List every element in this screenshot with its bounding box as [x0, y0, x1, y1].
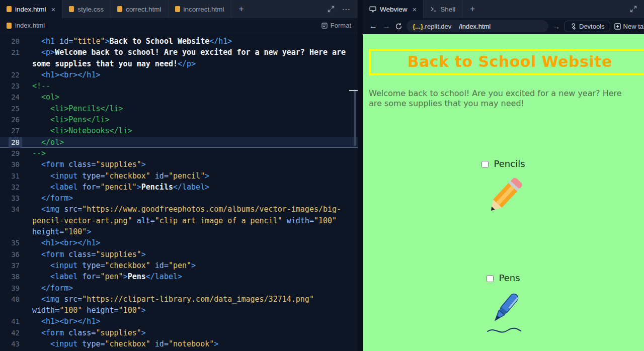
- editor-tabbar-actions: ···: [328, 0, 358, 18]
- webview-pane: Webview × Shell + ← → {...} .replit.dev …: [363, 0, 644, 351]
- code-line: 24 <ol>: [0, 92, 358, 103]
- tab-correct-html[interactable]: correct.html: [111, 0, 169, 18]
- code-line: width="100" height="100">: [0, 305, 358, 316]
- format-label: Format: [331, 22, 351, 29]
- code-line: height="100">: [0, 226, 358, 237]
- code-line: 38 <label for="pen">Pens</label>: [0, 271, 358, 282]
- tab-label: Shell: [440, 6, 455, 13]
- code-line: 40 <img src="https://clipart-library.com…: [0, 294, 358, 305]
- tab-label: Webview: [380, 6, 408, 13]
- new-webview-tab-button[interactable]: +: [462, 0, 482, 18]
- code-line: 35 <h1><br></h1>: [0, 237, 358, 248]
- code-line: 33 </form>: [0, 193, 358, 204]
- close-icon[interactable]: ×: [413, 6, 417, 13]
- code-line: 20 <h1 id="title">Back to School Website…: [0, 36, 358, 47]
- supply-form-pens: Pens: [363, 273, 644, 336]
- url-path: /index.html: [459, 23, 491, 30]
- new-tab-button[interactable]: New tab: [614, 23, 644, 30]
- rendered-page: Back to School Website Welcome back to s…: [363, 34, 644, 351]
- html-file-icon: [7, 6, 12, 12]
- editor-scrollbar[interactable]: [354, 90, 356, 146]
- back-button[interactable]: ←: [369, 22, 378, 31]
- html-file-icon: [175, 6, 180, 12]
- tab-index-html[interactable]: index.html ×: [0, 0, 62, 18]
- code-line: 23<!--: [0, 80, 358, 92]
- new-tab-label: New tab: [623, 23, 644, 30]
- url-domain: .replit.dev: [423, 23, 451, 30]
- format-icon: [321, 23, 328, 29]
- new-tab-icon: [614, 23, 621, 30]
- monitor-icon: [369, 6, 376, 13]
- pencils-label: Pencils: [494, 158, 525, 169]
- html-file-icon: [117, 6, 122, 12]
- code-line: 34 <img src="https://www.goodfreephotos.…: [0, 204, 358, 215]
- code-line: 36 <form class="supplies">: [0, 249, 358, 260]
- code-line: 32 <label for="pencil">Pencils</label>: [0, 182, 358, 193]
- refresh-button[interactable]: [395, 23, 403, 30]
- css-file-icon: [69, 6, 74, 12]
- url-masked-subdomain: {...}: [413, 23, 423, 30]
- breadcrumb: index.html: [15, 22, 45, 29]
- code-line: 28 </ol>: [0, 137, 358, 148]
- tab-label: index.html: [15, 6, 46, 13]
- pens-checkbox[interactable]: [487, 275, 494, 282]
- wrench-icon: [570, 23, 576, 30]
- format-button[interactable]: Format: [321, 22, 351, 29]
- editor-breadcrumb-bar: index.html Format: [0, 18, 358, 33]
- pens-label: Pens: [499, 273, 520, 283]
- code-line: 27 <li>Notebooks</li>: [0, 125, 358, 136]
- code-line: 41 <h1><br></h1>: [0, 316, 358, 327]
- kebab-menu-icon[interactable]: ···: [343, 6, 351, 13]
- pencil-clipart: [478, 172, 529, 222]
- code-line: some supplies that you may need!</p>: [0, 58, 358, 69]
- code-line: 21 <p>Welcome back to school! Are you ex…: [0, 47, 358, 58]
- code-line: 30 <form class="supplies">: [0, 159, 358, 170]
- code-line: 42 <form class="supplies">: [0, 327, 358, 338]
- code-lines: 20 <h1 id="title">Back to School Website…: [0, 36, 358, 349]
- forward-button[interactable]: →: [382, 22, 391, 31]
- devtools-label: Devtools: [579, 23, 605, 30]
- close-icon[interactable]: ×: [51, 6, 56, 13]
- webview-tab-bar: Webview × Shell +: [363, 0, 644, 18]
- pen-clipart: [478, 286, 529, 336]
- tab-label: style.css: [77, 6, 104, 13]
- code-line: 29-->: [0, 148, 358, 159]
- tab-label: incorrect.html: [184, 6, 224, 13]
- page-intro-text: Welcome back to school! Are you excited …: [369, 89, 637, 108]
- tab-label: correct.html: [126, 6, 162, 13]
- tab-style-css[interactable]: style.css: [62, 0, 111, 18]
- expand-pane-icon[interactable]: [328, 6, 335, 13]
- webview-tabbar-actions: [630, 0, 644, 18]
- new-file-tab-button[interactable]: +: [231, 0, 252, 18]
- code-line: 26 <li>Pens</li>: [0, 114, 358, 125]
- code-line: pencil-vector-art.png" alt="clip art ima…: [0, 215, 358, 226]
- html-file-icon: [7, 23, 12, 29]
- code-line: 25 <li>Pencils</li>: [0, 103, 358, 114]
- code-line: 37 <input type="checkbox" id="pen">: [0, 260, 358, 271]
- supply-form-pencils: Pencils: [363, 158, 644, 222]
- code-editor[interactable]: 20 <h1 id="title">Back to School Website…: [0, 33, 358, 351]
- shell-icon: [430, 6, 437, 12]
- code-line: 43 <input type="checkbox" id="notebook">: [0, 338, 358, 349]
- devtools-button[interactable]: Devtools: [564, 21, 610, 32]
- expand-pane-icon[interactable]: [630, 6, 637, 13]
- code-line: 31 <input type="checkbox" id="pencil">: [0, 170, 358, 182]
- tab-incorrect-html[interactable]: incorrect.html: [169, 0, 231, 18]
- pencils-checkbox[interactable]: [481, 161, 489, 168]
- pane-divider[interactable]: [358, 0, 363, 351]
- page-title: Back to School Website: [408, 53, 612, 70]
- code-line: 39 </form>: [0, 283, 358, 294]
- go-to-url-icon[interactable]: →: [552, 22, 560, 31]
- tab-shell[interactable]: Shell: [424, 0, 462, 18]
- code-line: 22 <h1><br></h1>: [0, 69, 358, 80]
- scrollbar-position-marker: [349, 90, 358, 91]
- tab-webview[interactable]: Webview ×: [363, 0, 424, 18]
- editor-pane: index.html × style.css correct.html inco…: [0, 0, 358, 351]
- page-title-box: Back to School Website: [369, 49, 644, 75]
- url-bar[interactable]: {...} .replit.dev /index.html: [407, 20, 548, 32]
- webview-toolbar: ← → {...} .replit.dev /index.html → Devt…: [363, 18, 644, 34]
- editor-tab-bar: index.html × style.css correct.html inco…: [0, 0, 358, 18]
